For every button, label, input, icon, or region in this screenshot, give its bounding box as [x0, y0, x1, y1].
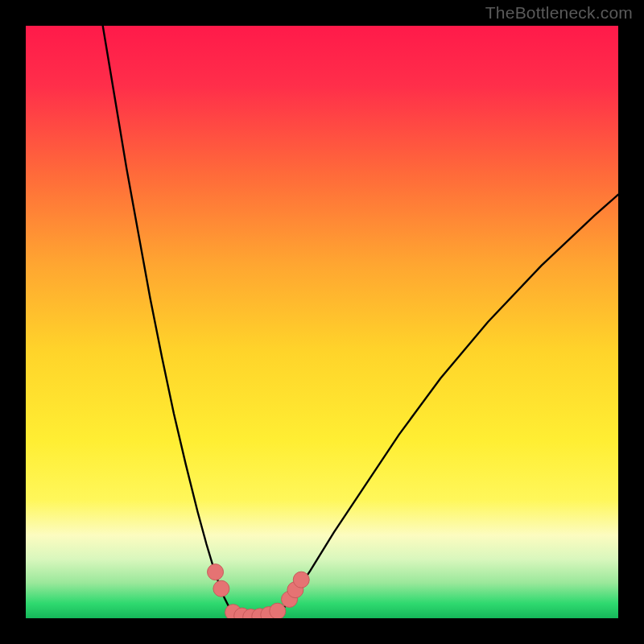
plot-area: [26, 26, 618, 618]
data-marker: [270, 603, 286, 618]
data-marker: [213, 580, 229, 597]
outer-frame: TheBottleneck.com: [0, 0, 644, 644]
gradient-background: [26, 26, 618, 618]
data-marker: [293, 572, 309, 588]
chart-canvas: [26, 26, 618, 618]
watermark-text: TheBottleneck.com: [485, 3, 633, 23]
data-marker: [208, 564, 224, 580]
